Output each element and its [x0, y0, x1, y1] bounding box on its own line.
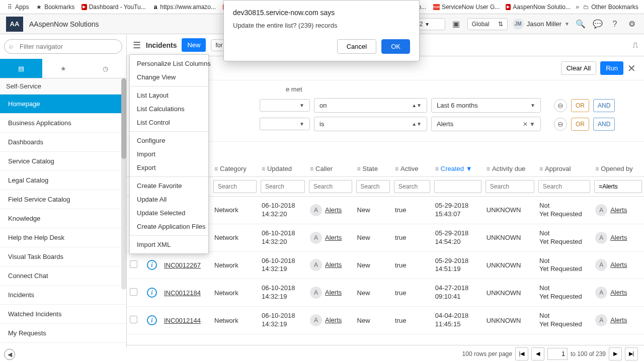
- column-header[interactable]: ≡Activity due: [484, 161, 536, 177]
- scope-picker[interactable]: Global⇅: [467, 18, 508, 30]
- rows-per-page[interactable]: 100 rows per page: [462, 350, 512, 357]
- ctx-item-list-control[interactable]: List Control: [130, 116, 208, 129]
- nav-item-requested-items[interactable]: Requested Items: [0, 343, 126, 348]
- cond-value-1[interactable]: Last 6 months▼: [431, 98, 541, 113]
- row-checkbox[interactable]: [130, 260, 137, 268]
- opened-by-link[interactable]: Alerts: [610, 261, 627, 268]
- ctx-item-create-favorite[interactable]: Create Favorite: [130, 179, 208, 193]
- bookmark-apps[interactable]: ⠿Apps: [3, 2, 32, 13]
- clear-all-button[interactable]: Clear All: [561, 61, 596, 75]
- prev-page-button[interactable]: ◀: [531, 347, 544, 360]
- row-checkbox[interactable]: [130, 288, 137, 296]
- nav-item-watched-incidents[interactable]: Watched Incidents: [0, 305, 126, 324]
- nav-item-help-the-help-desk[interactable]: Help the Help Desk: [0, 228, 126, 247]
- ctx-item-configure[interactable]: Configure: [130, 134, 208, 147]
- ctx-item-list-layout[interactable]: List Layout: [130, 88, 208, 102]
- column-header[interactable]: ≡Active: [392, 161, 432, 177]
- nav-item-visual-task-boards[interactable]: Visual Task Boards: [0, 247, 126, 266]
- nav-section-self-service[interactable]: Self-Service: [0, 78, 126, 95]
- column-header[interactable]: ≡State: [354, 161, 392, 177]
- nav-item-field-service-catalog[interactable]: Field Service Catalog: [0, 190, 126, 209]
- bookmark-amazon-1[interactable]: ahttps://www.amazo...: [150, 2, 219, 13]
- caller-link[interactable]: Alerts: [325, 206, 342, 214]
- incident-number-link[interactable]: INC0012184: [164, 289, 201, 297]
- ctx-item-import[interactable]: Import: [130, 147, 208, 161]
- row-checkbox[interactable]: [130, 316, 137, 323]
- column-search-input[interactable]: [213, 180, 257, 193]
- preview-icon[interactable]: i: [147, 315, 157, 325]
- dialog-cancel-button[interactable]: Cancel: [337, 39, 376, 54]
- last-page-button[interactable]: ▶|: [625, 347, 638, 360]
- caller-link[interactable]: Alerts: [325, 289, 342, 296]
- fullscreen-icon[interactable]: ▣: [450, 18, 462, 30]
- cond-operator-2[interactable]: is▲▼: [314, 117, 427, 131]
- table-row[interactable]: iINC0012267Network06-10-201814:32:19AAle…: [127, 251, 644, 279]
- opened-by-link[interactable]: Alerts: [610, 206, 627, 214]
- nav-item-business-applications[interactable]: Business Applications: [0, 114, 126, 133]
- opened-by-link[interactable]: Alerts: [610, 289, 627, 296]
- preview-icon[interactable]: i: [147, 288, 157, 298]
- incident-number-link[interactable]: INC0012267: [164, 261, 201, 269]
- list-context-menu-icon[interactable]: ☰: [133, 40, 141, 51]
- column-header[interactable]: ≡Approval: [536, 161, 592, 177]
- help-icon[interactable]: ?: [609, 18, 621, 30]
- ctx-item-export[interactable]: Export: [130, 161, 208, 174]
- opened-by-link[interactable]: Alerts: [610, 316, 627, 324]
- run-button[interactable]: Run: [600, 61, 623, 75]
- bookmark-servicenow[interactable]: nowServiceNow User G...: [430, 2, 502, 12]
- column-search-input[interactable]: [261, 180, 305, 193]
- column-header[interactable]: ≡Caller: [307, 161, 354, 177]
- ctx-item-list-calculations[interactable]: List Calculations: [130, 102, 208, 116]
- cond-value-2[interactable]: Alerts✕ ▼: [431, 117, 541, 131]
- column-header[interactable]: ≡Category: [211, 161, 259, 177]
- nav-item-homepage[interactable]: Homepage: [0, 95, 126, 114]
- bookmark-overflow-icon[interactable]: »: [576, 3, 579, 11]
- close-filter-icon[interactable]: ✕: [627, 62, 636, 74]
- column-header[interactable]: ≡Updated: [259, 161, 307, 177]
- bookmark-yt-dash[interactable]: ▶Dashboard - YouTu...: [78, 2, 149, 12]
- filter-navigator-input[interactable]: [4, 39, 122, 54]
- ctx-item-update-all[interactable]: Update All: [130, 193, 208, 206]
- nav-item-dashboards[interactable]: Dashboards: [0, 133, 126, 152]
- or-button-1[interactable]: OR: [571, 99, 589, 112]
- user-menu[interactable]: JM Jason Miller ▼: [513, 19, 570, 30]
- table-row[interactable]: iINC0012184Network06-10-201814:32:19AAle…: [127, 279, 644, 307]
- remove-condition-1[interactable]: ⊖: [554, 99, 567, 112]
- or-button-2[interactable]: OR: [571, 118, 589, 131]
- ctx-item-update-selected[interactable]: Update Selected: [130, 206, 208, 220]
- nav-tab-history[interactable]: ◷: [84, 59, 126, 78]
- ctx-item-change-view[interactable]: Change View: [130, 70, 208, 84]
- nav-item-connect-chat[interactable]: Connect Chat: [0, 266, 126, 286]
- bookmark-aaspennow[interactable]: ▶AaspenNow Solutio...: [503, 2, 574, 12]
- cond-field-2[interactable]: ▼: [260, 118, 310, 130]
- bookmark-bookmarks[interactable]: ★Bookmarks: [33, 2, 77, 13]
- ctx-item-import-xml[interactable]: Import XML: [130, 238, 208, 251]
- column-search-input[interactable]: [309, 180, 352, 193]
- column-search-input[interactable]: [394, 180, 430, 193]
- back-button[interactable]: ◀: [4, 349, 15, 360]
- gear-icon[interactable]: ⚙: [626, 18, 638, 30]
- column-search-input[interactable]: [538, 180, 590, 193]
- caller-link[interactable]: Alerts: [325, 316, 342, 324]
- preview-icon[interactable]: i: [147, 260, 157, 270]
- ctx-item-create-application-files[interactable]: Create Application Files: [130, 220, 208, 233]
- nav-item-incidents[interactable]: Incidents: [0, 286, 126, 305]
- ctx-item-personalize-list-columns[interactable]: Personalize List Columns: [130, 57, 208, 70]
- and-button-2[interactable]: AND: [593, 118, 615, 131]
- column-search-input[interactable]: [434, 180, 481, 193]
- column-search-input[interactable]: [486, 180, 534, 193]
- caller-link[interactable]: Alerts: [325, 261, 342, 268]
- nav-tab-favorites[interactable]: ★: [42, 59, 85, 78]
- next-page-button[interactable]: ▶: [609, 347, 622, 360]
- page-input[interactable]: [547, 348, 568, 360]
- nav-scrollbar[interactable]: [121, 78, 126, 290]
- nav-item-my-requests[interactable]: My Requests: [0, 324, 126, 343]
- chat-icon[interactable]: 💬: [592, 18, 604, 30]
- and-button-1[interactable]: AND: [593, 99, 615, 112]
- nav-item-knowledge[interactable]: Knowledge: [0, 209, 126, 228]
- opened-by-link[interactable]: Alerts: [610, 234, 627, 241]
- nav-item-service-catalog[interactable]: Service Catalog: [0, 152, 126, 171]
- cond-field-1[interactable]: ▼: [260, 99, 310, 112]
- column-header[interactable]: ≡Opened by: [592, 161, 644, 177]
- new-button[interactable]: New: [182, 38, 206, 52]
